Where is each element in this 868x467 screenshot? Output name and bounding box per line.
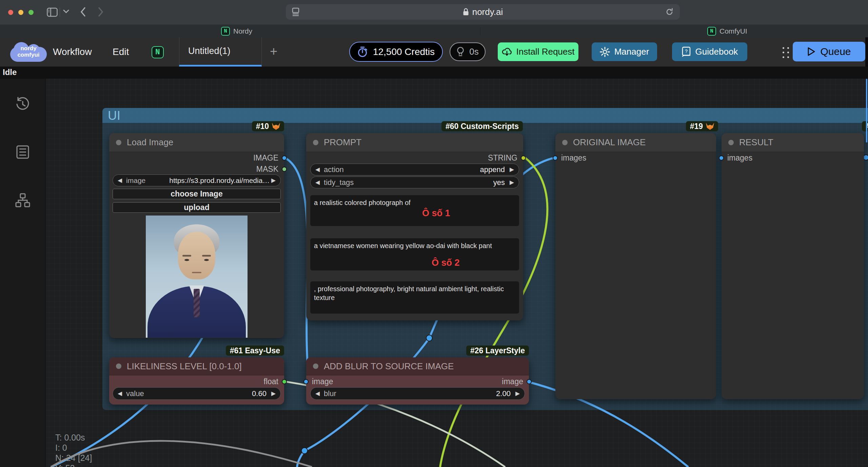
string-output-dot[interactable]: [521, 155, 526, 161]
image-combo-widget[interactable]: ◀ image https://s3.prod.nordy.ai/media… …: [113, 174, 281, 186]
float-output-dot[interactable]: [282, 379, 287, 384]
canvas-scrollbar[interactable]: [866, 79, 867, 143]
node-load-image[interactable]: Load Image IMAGE MASK ◀ image https://s3…: [109, 133, 284, 338]
prompt-textarea-1[interactable]: a realistic colored photograph of Ô số 1: [310, 195, 519, 226]
nordy-comfyui-logo[interactable]: nordy comfyui: [9, 40, 47, 64]
collapse-dot[interactable]: [313, 363, 318, 369]
blur-widget[interactable]: ◀ blur 2.00 ▶: [310, 387, 525, 400]
node-title: PROMPT: [324, 137, 361, 148]
reroute-dot[interactable]: [301, 448, 308, 454]
node-library-icon[interactable]: [13, 143, 32, 162]
input-slot-images[interactable]: images: [553, 153, 586, 163]
node-header[interactable]: Load Image: [109, 133, 284, 152]
right-arrow-icon[interactable]: ▶: [515, 390, 520, 397]
tidy-tags-widget[interactable]: ◀ tidy_tags yes ▶: [310, 176, 519, 188]
collapse-dot[interactable]: [562, 140, 568, 145]
refresh-icon[interactable]: [666, 8, 674, 16]
left-arrow-icon[interactable]: ◀: [315, 390, 320, 397]
node-canvas[interactable]: UI #10 #60 Custom-: [0, 79, 868, 467]
node-header[interactable]: ADD BLUR TO SOURCE IMAGE: [306, 357, 529, 375]
prompt-textarea-3[interactable]: , professional photography, bright natur…: [310, 281, 519, 314]
nordy-n-icon[interactable]: N: [152, 46, 164, 58]
node-title: ORIGINAL IMAGE: [573, 137, 646, 148]
browser-tab-comfyui[interactable]: N ComfyUI: [707, 25, 747, 38]
node-header[interactable]: ORIGINAL IMAGE: [555, 133, 716, 152]
image-input-dot[interactable]: [303, 379, 309, 384]
workflow-tab-label: Untitled(1): [188, 46, 231, 56]
browser-titlebar: nordy.ai: [0, 0, 868, 24]
output-slot-mask[interactable]: MASK: [256, 164, 287, 174]
output-slot-image[interactable]: image: [502, 376, 532, 387]
slot-label: images: [727, 153, 752, 163]
tab-separator: [480, 27, 480, 36]
offscreen-input-dot[interactable]: [863, 155, 868, 160]
collapse-dot[interactable]: [313, 140, 318, 145]
collapse-dot[interactable]: [116, 140, 121, 145]
choose-image-button[interactable]: choose Image: [113, 189, 281, 199]
collapse-dot[interactable]: [116, 363, 121, 369]
queue-button[interactable]: Queue: [793, 42, 865, 61]
forward-button[interactable]: [98, 7, 104, 17]
install-request-label: Install Request: [516, 46, 575, 57]
history-icon[interactable]: [13, 95, 32, 114]
node-title: ADD BLUR TO SOURCE IMAGE: [324, 361, 454, 372]
node-add-blur[interactable]: ADD BLUR TO SOURCE IMAGE image image ◀ b…: [306, 357, 529, 405]
stat-time: T: 0.00s: [55, 432, 92, 443]
action-widget[interactable]: ◀ action append ▶: [310, 164, 519, 175]
input-slot-image[interactable]: image: [303, 376, 333, 387]
url-bar[interactable]: nordy.ai: [286, 4, 680, 20]
menu-edit[interactable]: Edit: [113, 46, 129, 57]
credits-pill[interactable]: 12,500 Credtis: [349, 42, 443, 62]
node-likeliness-level[interactable]: LIKELINESS LEVEL [0.0-1.0] float ◀ value…: [109, 357, 284, 405]
new-workflow-button[interactable]: +: [270, 44, 277, 59]
right-arrow-icon[interactable]: ▶: [271, 177, 276, 184]
workflow-tab-untitled[interactable]: Untitled(1): [179, 37, 262, 67]
left-arrow-icon[interactable]: ◀: [118, 177, 122, 184]
zoom-window-button[interactable]: [28, 10, 34, 15]
close-window-button[interactable]: [8, 10, 13, 15]
lock-icon: [463, 8, 469, 16]
right-arrow-icon[interactable]: ▶: [510, 166, 514, 173]
minimize-window-button[interactable]: [18, 10, 23, 15]
menu-workflow[interactable]: Workflow: [53, 46, 92, 57]
loaded-image-preview[interactable]: [146, 216, 248, 338]
toolbar-drag-handle[interactable]: [781, 46, 790, 59]
left-arrow-icon[interactable]: ◀: [315, 166, 320, 173]
node-prompt[interactable]: PROMPT STRING ◀ action append ▶ ◀ tidy_t…: [306, 133, 523, 320]
node-header[interactable]: PROMPT: [306, 133, 523, 152]
images-input-dot[interactable]: [719, 155, 724, 161]
widget-label: image: [126, 176, 145, 185]
image-output-dot[interactable]: [282, 155, 287, 161]
workflows-icon[interactable]: [13, 191, 32, 210]
node-original-image[interactable]: ORIGINAL IMAGE images: [555, 133, 716, 399]
guidebook-button[interactable]: ? Guidebook: [672, 42, 747, 61]
output-slot-image[interactable]: IMAGE: [253, 153, 287, 163]
output-slot-float[interactable]: float: [264, 376, 287, 387]
timer-label: 0s: [469, 46, 478, 57]
widget-value: https://s3.prod.nordy.ai/media…: [169, 176, 270, 185]
manager-button[interactable]: Manager: [592, 42, 657, 61]
reroute-dot[interactable]: [426, 335, 432, 341]
value-widget[interactable]: ◀ value 0.60 ▶: [113, 387, 281, 400]
output-slot-string[interactable]: STRING: [488, 153, 526, 163]
browser-tab-nordy[interactable]: N Nordy: [221, 25, 252, 38]
left-arrow-icon[interactable]: ◀: [118, 390, 122, 397]
images-input-dot[interactable]: [553, 155, 558, 161]
collapse-dot[interactable]: [728, 140, 734, 145]
node-header[interactable]: RESULT: [722, 133, 864, 152]
node-header[interactable]: LIKELINESS LEVEL [0.0-1.0]: [109, 357, 284, 375]
right-arrow-icon[interactable]: ▶: [510, 179, 514, 186]
chevron-down-icon[interactable]: [63, 10, 69, 14]
sidebar-toggle-icon[interactable]: [47, 7, 58, 17]
timer-pill[interactable]: 0s: [450, 42, 486, 61]
mask-output-dot[interactable]: [282, 167, 287, 172]
input-slot-images[interactable]: images: [719, 153, 752, 163]
right-arrow-icon[interactable]: ▶: [271, 390, 276, 397]
prompt-textarea-2[interactable]: a vietnamese women wearing yellow ao-dai…: [310, 238, 519, 270]
upload-button[interactable]: upload: [113, 202, 281, 213]
back-button[interactable]: [80, 7, 86, 17]
left-arrow-icon[interactable]: ◀: [315, 179, 320, 186]
node-result[interactable]: RESULT images: [722, 133, 864, 399]
install-request-button[interactable]: Install Request: [498, 42, 578, 61]
image-output-dot[interactable]: [527, 379, 532, 384]
